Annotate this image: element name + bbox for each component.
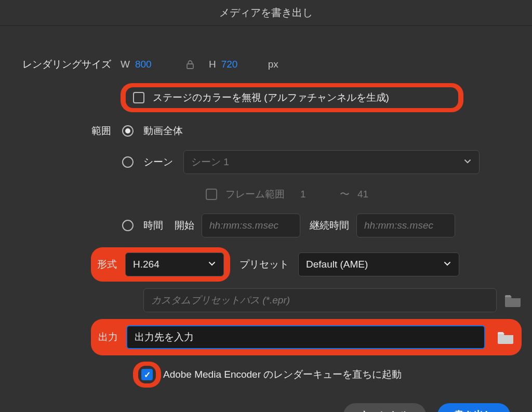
ignore-stage-checkbox[interactable] [133,92,144,103]
render-size-row: レンダリングサイズ W 800 H 720 px [10,52,522,77]
range-scene-label: シーン [143,155,173,169]
range-label: 範囲 [10,124,121,138]
chevron-down-icon [443,259,451,270]
height-value[interactable]: 720 [221,59,252,70]
format-select[interactable]: H.264 [125,252,224,276]
frame-range-label: フレーム範囲 [225,188,285,201]
output-row: 出力 出力先を入力 [10,319,522,355]
svg-rect-0 [187,64,193,69]
time-dur-placeholder: hh:mm:ss.msec [364,220,433,231]
ignore-stage-inner: ステージのカラーを無視 (アルファチャンネルを生成) [126,87,458,108]
custom-preset-input[interactable]: カスタムプリセットパス (*.epr) [143,288,497,312]
width-value[interactable]: 800 [135,59,166,70]
ame-row: Adobe Media Encoder のレンダーキューを直ちに起動 [10,362,522,388]
ame-inner [138,366,156,383]
scene-select[interactable]: シーン 1 [183,150,480,174]
frame-range-checkbox[interactable] [206,189,217,200]
button-bar: キャンセル 書き出し [10,403,522,412]
output-highlight: 出力 出力先を入力 [91,319,522,355]
folder-icon[interactable] [497,330,514,344]
ignore-stage-highlight: ステージのカラーを無視 (アルファチャンネルを生成) [121,83,463,112]
range-entire-label: 動画全体 [143,124,183,138]
format-inner: 形式 H.264 [97,252,224,276]
custom-preset-placeholder: カスタムプリセットパス (*.epr) [151,294,290,307]
time-dur-input[interactable]: hh:mm:ss.msec [356,214,455,237]
ame-checkbox[interactable] [141,369,153,380]
time-start-placeholder: hh:mm:ss.msec [209,220,278,231]
output-inner: 出力 出力先を入力 [98,325,514,349]
range-time-row: 時間 開始 hh:mm:ss.msec 継続時間 hh:mm:ss.msec [10,213,522,238]
lock-icon[interactable] [182,56,198,73]
folder-icon[interactable] [504,293,522,308]
unit-label: px [268,59,278,70]
time-dur-label: 継続時間 [310,219,349,232]
format-value: H.264 [133,259,159,270]
dialog-title: メディアを書き出し [0,0,532,26]
preset-label: プリセット [240,258,289,271]
export-button[interactable]: 書き出し [437,403,510,412]
output-label: 出力 [98,330,118,344]
frame-range-row: フレーム範囲 1 〜 41 [10,182,522,207]
ignore-stage-row: ステージのカラーを無視 (アルファチャンネルを生成) [10,83,522,112]
render-size-label: レンダリングサイズ [10,58,121,71]
format-label: 形式 [97,258,117,271]
scene-select-value: シーン 1 [191,155,229,169]
frame-to-label: 41 [357,189,368,200]
frame-sep-label: 〜 [331,188,357,201]
frame-from-label: 1 [300,189,331,200]
format-highlight: 形式 H.264 [91,247,230,282]
range-time-radio[interactable] [122,220,134,231]
format-row: 形式 H.264 プリセット Default (AME) [10,247,522,282]
ignore-stage-label: ステージのカラーを無視 (アルファチャンネルを生成) [153,91,389,104]
dialog-content: レンダリングサイズ W 800 H 720 px ステージのカラーを無視 (アル… [0,26,532,412]
range-entire-radio[interactable] [122,125,134,137]
ame-highlight [133,362,161,388]
output-placeholder: 出力先を入力 [135,330,194,344]
preset-value: Default (AME) [306,259,368,270]
preset-select[interactable]: Default (AME) [298,252,459,276]
custom-preset-row: カスタムプリセットパス (*.epr) [10,288,522,313]
ame-label: Adobe Media Encoder のレンダーキューを直ちに起動 [163,368,402,381]
chevron-down-icon [208,259,216,270]
chevron-down-icon [463,156,472,168]
cancel-button[interactable]: キャンセル [343,403,426,412]
output-input[interactable]: 出力先を入力 [126,325,485,349]
time-start-label: 開始 [175,219,194,232]
range-time-label: 時間 [143,219,175,232]
height-label: H [209,59,216,70]
time-start-input[interactable]: hh:mm:ss.msec [202,214,300,237]
range-scene-radio[interactable] [122,156,134,168]
width-label: W [121,59,130,70]
range-scene-row: シーン シーン 1 [10,150,522,175]
range-entire-row: 範囲 動画全体 [10,118,522,143]
